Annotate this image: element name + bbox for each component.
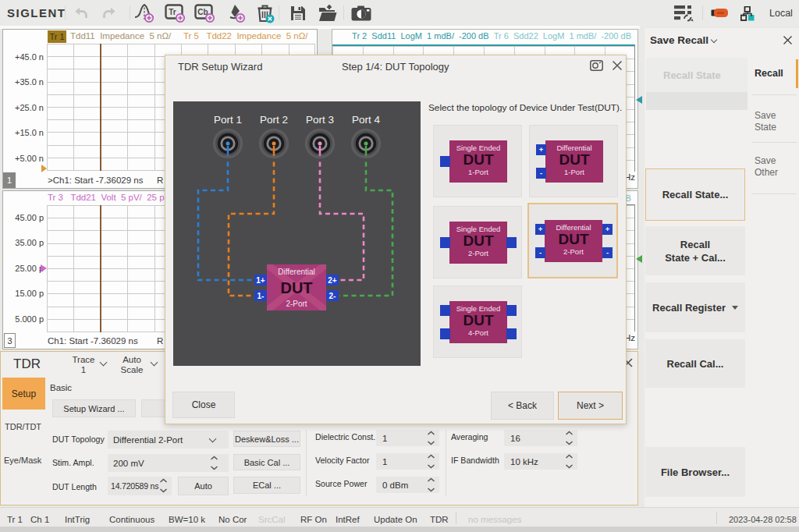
svg-text:Tr: Tr xyxy=(169,8,176,16)
svg-text:Port 4: Port 4 xyxy=(352,114,381,126)
svg-text:Port 2: Port 2 xyxy=(260,114,288,126)
svg-text:Port 1: Port 1 xyxy=(214,114,242,126)
svg-text:1-: 1- xyxy=(257,292,265,300)
svg-text:2+: 2+ xyxy=(328,276,337,285)
svg-text:2-: 2- xyxy=(329,292,336,300)
svg-text:DUT: DUT xyxy=(280,279,312,296)
svg-text:1+: 1+ xyxy=(256,276,265,285)
svg-text:Differential: Differential xyxy=(278,268,315,276)
svg-text:2-Port: 2-Port xyxy=(286,300,307,308)
svg-text:Port 3: Port 3 xyxy=(306,114,334,126)
